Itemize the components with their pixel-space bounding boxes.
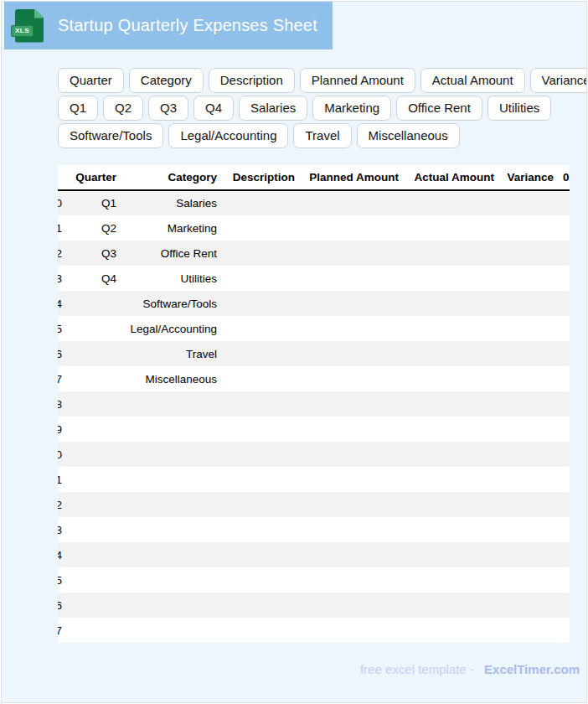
chip-utilities[interactable]: Utilities <box>487 96 551 121</box>
cell <box>125 517 225 542</box>
cell: Miscellaneous <box>125 366 225 391</box>
cell <box>225 291 303 316</box>
column-header: 0 <box>562 165 570 190</box>
cell <box>503 542 562 567</box>
cell <box>407 291 503 316</box>
chip-q2[interactable]: Q2 <box>103 96 143 121</box>
chip-legal-accounting[interactable]: Legal/Accounting <box>168 123 288 148</box>
header-row: QuarterCategoryDescriptionPlanned Amount… <box>58 165 570 190</box>
chip-q1[interactable]: Q1 <box>58 96 98 121</box>
cell <box>562 517 570 542</box>
cell <box>303 266 407 291</box>
cell <box>562 366 570 391</box>
table-row: 12 <box>58 492 570 517</box>
cell: Q4 <box>62 266 125 291</box>
cell <box>407 341 503 366</box>
cell <box>62 366 125 391</box>
cell <box>407 567 503 593</box>
cell <box>303 291 407 316</box>
expenses-table: QuarterCategoryDescriptionPlanned Amount… <box>58 165 570 643</box>
cell <box>62 593 125 618</box>
cell <box>503 618 562 643</box>
column-header: Category <box>125 165 225 190</box>
exceltimer-link[interactable]: ExcelTimer.com <box>484 662 580 676</box>
xls-file-icon: XLS <box>15 9 44 43</box>
cell <box>407 517 503 542</box>
cell: Office Rent <box>125 241 225 266</box>
table-row: 17 <box>58 618 570 643</box>
cell <box>503 241 562 266</box>
cell <box>303 542 407 567</box>
cell <box>303 241 407 266</box>
cell <box>125 492 225 517</box>
cell <box>225 417 303 442</box>
cell <box>407 266 503 291</box>
cell <box>407 593 503 618</box>
cell <box>562 618 570 643</box>
cell <box>503 291 562 316</box>
cell: Software/Tools <box>125 291 225 316</box>
chip-miscellaneous[interactable]: Miscellaneous <box>357 123 460 148</box>
cell <box>303 366 407 391</box>
cell <box>503 190 562 215</box>
cell <box>225 215 303 241</box>
cell: Salaries <box>125 190 225 215</box>
cell <box>62 517 125 542</box>
chip-travel[interactable]: Travel <box>293 123 351 148</box>
cell <box>407 241 503 266</box>
chip-salaries[interactable]: Salaries <box>239 96 307 121</box>
table-row: 15 <box>58 567 570 593</box>
table-row: 7Miscellaneous <box>58 366 570 391</box>
cell <box>225 266 303 291</box>
table-row: 16 <box>58 593 570 618</box>
cell <box>303 190 407 215</box>
cell <box>562 593 570 618</box>
cell <box>125 542 225 567</box>
cell <box>407 215 503 241</box>
cell <box>503 266 562 291</box>
cell <box>407 542 503 567</box>
cell <box>225 542 303 567</box>
cell <box>62 567 125 593</box>
cell <box>62 391 125 417</box>
chip-quarter[interactable]: Quarter <box>58 68 124 93</box>
cell <box>562 341 570 366</box>
cell: Legal/Accounting <box>125 316 225 341</box>
chip-planned-amount[interactable]: Planned Amount <box>300 68 415 93</box>
cell <box>562 266 570 291</box>
table-row: 11 <box>58 467 570 492</box>
chip-software-tools[interactable]: Software/Tools <box>58 123 163 148</box>
table-row: 0Q1Salaries <box>58 190 570 215</box>
cell <box>225 241 303 266</box>
xls-badge: XLS <box>11 25 34 37</box>
table-row: 10 <box>58 442 570 467</box>
table-row: 13 <box>58 517 570 542</box>
cell <box>562 417 570 442</box>
cell <box>303 492 407 517</box>
cell <box>225 567 303 593</box>
column-header: Variance <box>503 165 562 190</box>
cell <box>62 442 125 467</box>
cell <box>303 467 407 492</box>
chip-description[interactable]: Description <box>209 68 295 93</box>
cell <box>503 316 562 341</box>
chip-q3[interactable]: Q3 <box>148 96 188 121</box>
page: XLS Startup Quarterly Expenses Sheet Qua… <box>1 1 587 703</box>
cell <box>225 467 303 492</box>
chip-marketing[interactable]: Marketing <box>312 96 391 121</box>
chip-actual-amount[interactable]: Actual Amount <box>420 68 525 93</box>
cell: Travel <box>125 341 225 366</box>
chip-q4[interactable]: Q4 <box>193 96 234 121</box>
table-row: 8 <box>58 391 570 417</box>
table-row: 5Legal/Accounting <box>58 316 570 341</box>
footer-credit-text: free excel template - <box>360 662 474 676</box>
cell: Q2 <box>62 215 125 241</box>
cell <box>225 341 303 366</box>
chip-variance[interactable]: Variance <box>530 68 587 93</box>
chip-office-rent[interactable]: Office Rent <box>396 96 482 121</box>
cell <box>225 190 303 215</box>
cell <box>562 190 570 215</box>
chip-category[interactable]: Category <box>129 68 204 93</box>
cell <box>62 316 125 341</box>
cell <box>225 316 303 341</box>
